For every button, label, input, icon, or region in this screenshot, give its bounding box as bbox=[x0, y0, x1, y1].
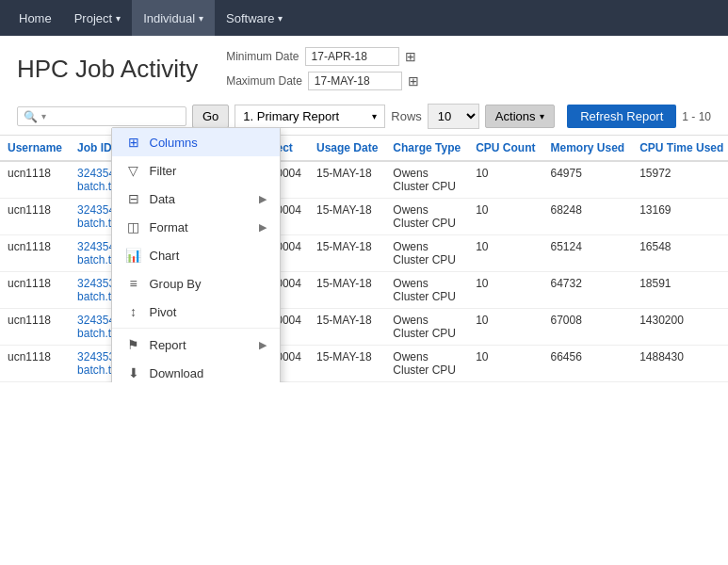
table-row: ucn1118 3243543.owens-batch.ten.osc.edu … bbox=[0, 161, 728, 199]
download-icon: ⬇ bbox=[125, 365, 142, 380]
cell-chargetype: Owens Cluster CPU bbox=[385, 272, 468, 309]
chevron-down-icon: ▾ bbox=[278, 13, 283, 24]
table-row: ucn1118 3243544.owens-batch.ten.osc.edu … bbox=[0, 235, 728, 272]
pivot-icon: ↕ bbox=[125, 304, 142, 319]
cell-username: ucn1118 bbox=[0, 235, 70, 272]
search-container: 🔍 ▾ bbox=[17, 106, 186, 126]
col-header-username[interactable]: Username bbox=[0, 136, 70, 161]
col-header-chargetype[interactable]: Charge Type bbox=[385, 136, 468, 161]
nav-project[interactable]: Project ▾ bbox=[63, 0, 132, 36]
page-header: HPC Job Activity Minimum Date ⊞ Maximum … bbox=[0, 36, 728, 98]
max-date-label: Maximum Date bbox=[226, 74, 302, 88]
actions-button[interactable]: Actions ▾ ⊞ Columns ▽ Filter ⊟ Data ▶ ◫ … bbox=[485, 105, 555, 128]
date-filters: Minimum Date ⊞ Maximum Date ⊞ bbox=[226, 47, 419, 90]
min-date-label: Minimum Date bbox=[226, 50, 299, 63]
filter-icon: ▽ bbox=[125, 163, 142, 178]
col-header-usagedate[interactable]: Usage Date bbox=[309, 136, 385, 161]
table-header-row: Username Job ID Job Name Project Usage D… bbox=[0, 136, 728, 161]
menu-data-label: Data bbox=[150, 192, 175, 206]
chevron-down-icon: ▾ bbox=[540, 111, 544, 121]
calendar-icon-2[interactable]: ⊞ bbox=[408, 73, 419, 89]
menu-groupby[interactable]: ≡ Group By bbox=[112, 269, 280, 298]
menu-pivot[interactable]: ↕ Pivot bbox=[112, 298, 280, 326]
min-date-input[interactable] bbox=[305, 47, 399, 66]
cell-cpucount: 10 bbox=[468, 235, 542, 272]
page-info: 1 - 10 bbox=[682, 110, 711, 123]
report-label: 1. Primary Report bbox=[243, 109, 339, 123]
cell-cputimeused: 1430200 bbox=[632, 309, 728, 346]
max-date-input[interactable] bbox=[308, 72, 402, 90]
report-select[interactable]: 1. Primary Report ▾ bbox=[235, 105, 385, 128]
nav-software[interactable]: Software ▾ bbox=[215, 0, 294, 36]
cell-usagedate: 15-MAY-18 bbox=[309, 199, 385, 235]
cell-chargetype: Owens Cluster CPU bbox=[385, 309, 468, 346]
search-input[interactable] bbox=[50, 109, 172, 123]
cell-username: ucn1118 bbox=[0, 272, 70, 309]
col-header-cpucount[interactable]: CPU Count bbox=[468, 136, 542, 161]
cell-chargetype: Owens Cluster CPU bbox=[385, 346, 468, 382]
nav-home[interactable]: Home bbox=[8, 0, 63, 36]
cell-cputimeused: 15972 bbox=[632, 161, 728, 199]
rows-label: Rows bbox=[391, 109, 422, 123]
cell-username: ucn1118 bbox=[0, 199, 70, 235]
data-table: Username Job ID Job Name Project Usage D… bbox=[0, 136, 728, 382]
cell-memoryused: 64975 bbox=[542, 161, 632, 199]
cell-memoryused: 68248 bbox=[542, 199, 632, 235]
arrow-right-icon: ▶ bbox=[259, 221, 267, 234]
cell-username: ucn1118 bbox=[0, 309, 70, 346]
cell-memoryused: 66456 bbox=[542, 346, 632, 382]
menu-columns[interactable]: ⊞ Columns bbox=[112, 128, 280, 156]
menu-columns-label: Columns bbox=[150, 136, 198, 150]
menu-data[interactable]: ⊟ Data ▶ bbox=[112, 185, 280, 213]
menu-format[interactable]: ◫ Format ▶ bbox=[112, 213, 280, 241]
actions-dropdown-menu: ⊞ Columns ▽ Filter ⊟ Data ▶ ◫ Format ▶ 📊… bbox=[111, 127, 281, 382]
cell-cpucount: 10 bbox=[468, 309, 542, 346]
table-row: ucn1118 3243536.owens-batch.ten.osc.edu … bbox=[0, 346, 728, 382]
actions-label: Actions bbox=[495, 109, 536, 123]
menu-groupby-label: Group By bbox=[150, 277, 202, 291]
table-row: ucn1118 3243548.owens-batch.ten.osc.edu … bbox=[0, 309, 728, 346]
menu-report-label: Report bbox=[150, 338, 186, 352]
cell-usagedate: 15-MAY-18 bbox=[309, 272, 385, 309]
go-button[interactable]: Go bbox=[192, 105, 229, 128]
cell-cpucount: 10 bbox=[468, 161, 542, 199]
menu-pivot-label: Pivot bbox=[150, 305, 177, 319]
search-icon: 🔍 bbox=[24, 110, 38, 123]
cell-cputimeused: 18591 bbox=[632, 272, 728, 309]
page-title: HPC Job Activity bbox=[17, 55, 198, 84]
format-icon: ◫ bbox=[125, 219, 142, 234]
cell-usagedate: 15-MAY-18 bbox=[309, 161, 385, 199]
menu-download-label: Download bbox=[150, 366, 204, 380]
menu-filter[interactable]: ▽ Filter bbox=[112, 156, 280, 185]
menu-download[interactable]: ⬇ Download bbox=[112, 359, 280, 382]
chart-icon: 📊 bbox=[125, 248, 142, 263]
nav-individual[interactable]: Individual ▾ bbox=[132, 0, 215, 36]
cell-cputimeused: 13169 bbox=[632, 199, 728, 235]
rows-select[interactable]: 10 25 50 100 bbox=[428, 104, 479, 129]
arrow-right-icon: ▶ bbox=[259, 193, 267, 205]
cell-chargetype: Owens Cluster CPU bbox=[385, 235, 468, 272]
arrow-right-icon: ▶ bbox=[259, 339, 267, 351]
groupby-icon: ≡ bbox=[125, 276, 142, 291]
col-header-memoryused[interactable]: Memory Used bbox=[542, 136, 632, 161]
menu-format-label: Format bbox=[150, 220, 188, 234]
search-dropdown-arrow[interactable]: ▾ bbox=[41, 111, 46, 121]
cell-username: ucn1118 bbox=[0, 161, 70, 199]
menu-filter-label: Filter bbox=[150, 164, 177, 178]
refresh-button[interactable]: Refresh Report bbox=[567, 105, 676, 128]
chevron-down-icon: ▾ bbox=[199, 13, 203, 24]
cell-usagedate: 15-MAY-18 bbox=[309, 309, 385, 346]
calendar-icon[interactable]: ⊞ bbox=[405, 49, 416, 64]
cell-usagedate: 15-MAY-18 bbox=[309, 346, 385, 382]
menu-chart[interactable]: 📊 Chart bbox=[112, 241, 280, 269]
max-date-row: Maximum Date ⊞ bbox=[226, 72, 419, 90]
cell-chargetype: Owens Cluster CPU bbox=[385, 161, 468, 199]
menu-report[interactable]: ⚑ Report ▶ bbox=[112, 331, 280, 359]
table-row: ucn1118 3243539.owens-batch.ten.osc.edu … bbox=[0, 272, 728, 309]
cell-usagedate: 15-MAY-18 bbox=[309, 235, 385, 272]
cell-memoryused: 67008 bbox=[542, 309, 632, 346]
chevron-down-icon: ▾ bbox=[116, 13, 121, 24]
chevron-down-icon: ▾ bbox=[372, 111, 377, 121]
nav-bar: Home Project ▾ Individual ▾ Software ▾ bbox=[0, 0, 728, 36]
col-header-cputimeused[interactable]: CPU Time Used bbox=[632, 136, 728, 161]
